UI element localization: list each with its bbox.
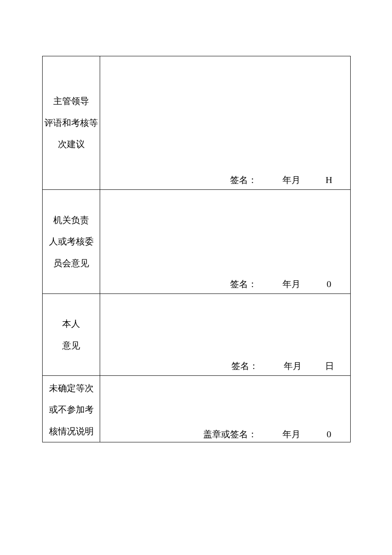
label-line: 次建议 bbox=[58, 134, 85, 155]
label-line: 机关负责 bbox=[53, 209, 89, 231]
label-line: 人或考核委 bbox=[49, 231, 94, 252]
row-label-cell: 机关负责 人或考核委 员会意见 bbox=[43, 190, 100, 294]
signature-label: 签名： bbox=[231, 360, 258, 372]
year-month: 年月 bbox=[282, 428, 300, 440]
label-line: 未确定等次 bbox=[49, 378, 94, 399]
signature-line: 签名： 年月 0 bbox=[230, 278, 334, 290]
label-line: 核情况说明 bbox=[49, 421, 94, 442]
seal-or-sign-label: 盖章或签名： bbox=[203, 428, 257, 440]
row-content-cell: 签名： 年月 H bbox=[100, 56, 351, 190]
signature-line: 盖章或签名： 年月 0 bbox=[203, 428, 334, 440]
label-line: 或不参加考 bbox=[49, 399, 94, 420]
label-line: 评语和考核等 bbox=[44, 112, 98, 134]
row-self: 本人 意见 签名： 年月 日 bbox=[43, 294, 351, 376]
row-committee: 机关负责 人或考核委 员会意见 签名： 年月 0 bbox=[43, 190, 351, 294]
label-line: 意见 bbox=[62, 335, 80, 356]
row-label-cell: 主管领导 评语和考核等 次建议 bbox=[43, 56, 100, 190]
day-placeholder: 0 bbox=[324, 429, 334, 440]
signature-line: 签名： 年月 H bbox=[230, 174, 334, 186]
row-explanation: 未确定等次 或不参加考 核情况说明 盖章或签名： 年月 0 bbox=[43, 376, 351, 442]
year-month: 年月 bbox=[284, 360, 302, 372]
day-placeholder: 日 bbox=[325, 360, 334, 372]
signature-label: 签名： bbox=[230, 174, 257, 186]
row-supervisor: 主管领导 评语和考核等 次建议 签名： 年月 H bbox=[43, 56, 351, 190]
signature-label: 签名： bbox=[230, 278, 257, 290]
row-label-cell: 未确定等次 或不参加考 核情况说明 bbox=[43, 376, 100, 442]
year-month: 年月 bbox=[282, 278, 300, 290]
row-content-cell: 盖章或签名： 年月 0 bbox=[100, 376, 351, 442]
label-line: 员会意见 bbox=[53, 253, 89, 274]
year-month: 年月 bbox=[282, 174, 300, 186]
row-content-cell: 签名： 年月 0 bbox=[100, 190, 351, 294]
day-placeholder: H bbox=[324, 174, 334, 186]
evaluation-form: 主管领导 评语和考核等 次建议 签名： 年月 H 机关负责 人或考核委 员会意见… bbox=[42, 56, 351, 442]
signature-line: 签名： 年月 日 bbox=[231, 360, 334, 372]
label-line: 主管领导 bbox=[53, 90, 89, 112]
row-content-cell: 签名： 年月 日 bbox=[100, 294, 351, 376]
day-placeholder: 0 bbox=[324, 279, 334, 290]
row-label-cell: 本人 意见 bbox=[43, 294, 100, 376]
label-line: 本人 bbox=[62, 313, 80, 334]
